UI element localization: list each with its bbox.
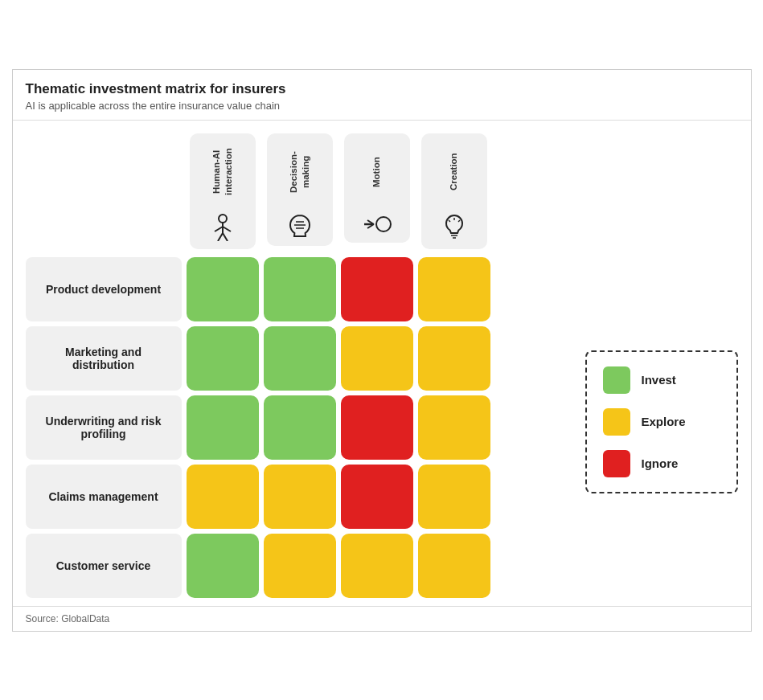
svg-line-18 [458,220,460,222]
legend-label-yellow: Explore [642,415,686,428]
svg-point-0 [219,215,227,223]
matrix-row-2: Underwriting and risk profiling [26,395,577,460]
matrix-rows: Product developmentMarketing and distrib… [26,257,577,598]
legend-area: InvestExploreIgnore [585,133,738,598]
chart-title: Thematic investment matrix for insurers [26,81,738,97]
cell-r4-c1 [264,534,336,598]
header: Thematic investment matrix for insurers … [13,70,751,121]
legend-label-green: Invest [642,373,676,387]
row-label-1: Marketing and distribution [26,326,182,391]
svg-line-4 [218,233,223,241]
footer: Source: GlobalData [13,606,751,631]
legend-swatch-yellow [603,408,630,436]
matrix-area: Human-AI interaction Decision-making Mot… [26,133,577,598]
cell-r3-c2 [341,465,413,529]
source-text: Source: GlobalData [26,613,110,624]
row-label-2: Underwriting and risk profiling [26,395,182,460]
svg-point-9 [376,217,391,231]
cell-r4-c0 [187,534,259,598]
cell-r2-c2 [341,395,413,460]
col-header-label-creation: Creation [448,140,460,204]
legend-item-yellow: Explore [603,408,720,436]
chart-subtitle: AI is applicable across the entire insur… [26,100,738,112]
svg-line-5 [223,233,228,241]
legend-item-red: Ignore [603,450,720,477]
col-header-creation: Creation [418,133,490,249]
col-header-motion: Motion [341,133,413,249]
cell-r0-c3 [418,257,490,321]
col-header-label-decision: Decision-making [288,140,312,204]
cell-r3-c0 [187,465,259,529]
cell-r1-c2 [341,326,413,391]
legend-swatch-green [603,366,630,394]
cell-r1-c1 [264,326,336,391]
cell-r0-c1 [264,257,336,321]
column-headers-row: Human-AI interaction Decision-making Mot… [187,133,577,249]
matrix-row-3: Claims management [26,465,577,529]
matrix-row-0: Product development [26,257,577,321]
svg-line-17 [449,220,450,222]
col-header-human-ai: Human-AI interaction [187,133,259,249]
col-header-label-human-ai: Human-AI interaction [211,140,235,204]
legend-label-red: Ignore [642,456,679,470]
col-header-decision: Decision-making [264,133,336,249]
cell-r2-c0 [187,395,259,460]
row-label-4: Customer service [26,534,182,598]
col-header-card-creation: Creation [421,133,487,249]
col-header-icon-motion [363,214,392,238]
main-container: Thematic investment matrix for insurers … [12,69,752,632]
cell-r2-c3 [418,395,490,460]
col-header-card-decision: Decision-making [267,133,333,246]
svg-line-3 [223,227,231,231]
col-header-card-human-ai: Human-AI interaction [190,133,256,249]
cell-r0-c2 [341,257,413,321]
cell-r0-c0 [187,257,259,321]
legend-item-green: Invest [603,366,720,394]
matrix-row-4: Customer service [26,534,577,598]
col-header-label-motion: Motion [371,140,383,204]
cell-r4-c3 [418,534,490,598]
legend-swatch-red [603,450,630,477]
col-header-card-motion: Motion [344,133,410,243]
matrix-row-1: Marketing and distribution [26,326,577,391]
row-label-3: Claims management [26,465,182,529]
cell-r1-c0 [187,326,259,391]
cell-r3-c3 [418,465,490,529]
cell-r4-c2 [341,534,413,598]
main-body: Human-AI interaction Decision-making Mot… [13,121,751,606]
col-header-icon-creation [443,214,466,244]
col-header-icon-human-ai [211,214,234,244]
cell-r1-c3 [418,326,490,391]
cell-r3-c1 [264,465,336,529]
col-header-icon-decision [288,214,312,241]
svg-line-2 [215,227,223,231]
row-label-0: Product development [26,257,182,321]
legend-box: InvestExploreIgnore [585,350,738,493]
cell-r2-c1 [264,395,336,460]
